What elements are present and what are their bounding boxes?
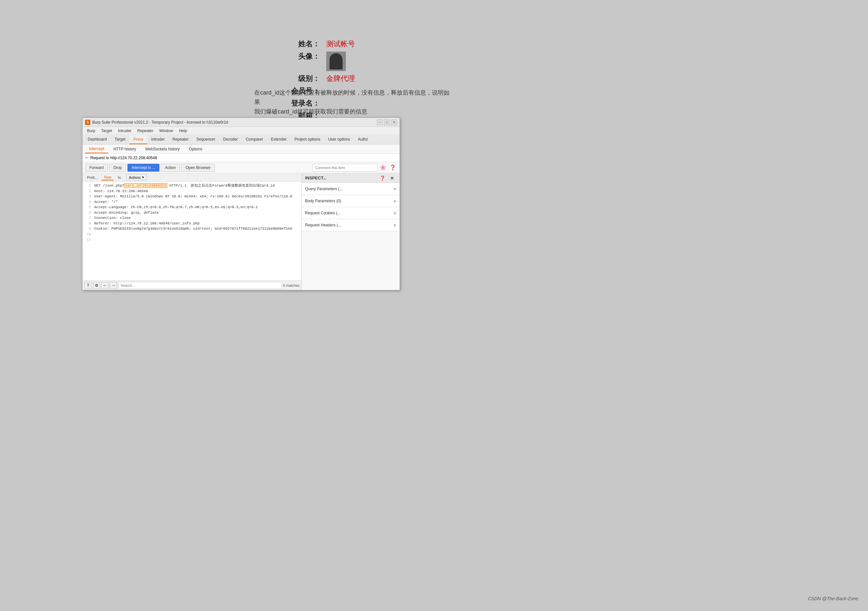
tab-authz[interactable]: Authz (354, 135, 372, 144)
search-input[interactable] (118, 282, 282, 289)
editor-toolbar: Prett... Raw \n Actions ▾ (82, 173, 302, 182)
query-params-section: Query Parameters (... ∨ (302, 183, 400, 195)
table-row: 2 Host: 124.70.22.208:40548 (82, 188, 302, 194)
tab-decoder[interactable]: Decoder (219, 135, 242, 144)
prev-match-button[interactable]: ← (101, 282, 108, 289)
inspector-close-button[interactable]: ✕ (388, 174, 396, 182)
line-content: Cookie: PHPSESSID=un8g7a7g3dao7c3r8soo9l… (94, 226, 292, 232)
intercept-button[interactable]: Intercept is ... (127, 164, 160, 172)
request-cookies-header[interactable]: Request Cookies (... ∨ (302, 207, 400, 219)
avatar (326, 51, 346, 71)
request-cookies-chevron-icon: ∨ (394, 211, 396, 215)
burp-window: S Burp Suite Professional v2021.2 - Temp… (82, 117, 400, 290)
actions-dropdown[interactable]: Actions ▾ (126, 174, 147, 180)
note-text: 在card_id这个数据包没有被释放的时候，没有信息，释放后有信息，说明如果 我… (254, 88, 450, 116)
line-number: 11 (84, 237, 91, 243)
line-content: Accept: */* (94, 199, 118, 205)
main-tab-bar: Dashboard Target Proxy Intruder Repeater… (82, 135, 400, 145)
line-content: User-Agent: Mozilla/5.0 (Windows NT 10.0… (94, 194, 292, 199)
table-row: 9 Cookie: PHPSESSID=un8g7a7g3dao7c3r8soo… (82, 226, 302, 232)
table-row: 5 Accept-Language: zh-CN,zh;q=0.8,zh-TW;… (82, 205, 302, 210)
table-row: 3 User-Agent: Mozilla/5.0 (Windows NT 10… (82, 194, 302, 199)
tab-comparer[interactable]: Comparer (242, 135, 267, 144)
tab-repeater[interactable]: Repeater (169, 135, 192, 144)
tab-project-options[interactable]: Project options (290, 135, 324, 144)
close-button[interactable]: ✕ (391, 120, 397, 125)
menu-intruder[interactable]: Intruder (115, 128, 134, 134)
tab-sequencer[interactable]: Sequencer (193, 135, 219, 144)
query-params-header[interactable]: Query Parameters (... ∨ (302, 183, 400, 195)
subtab-intercept[interactable]: Intercept (85, 145, 108, 153)
request-headers-section: Request Headers (... ∨ (302, 219, 400, 231)
query-params-chevron-icon: ∨ (394, 187, 396, 191)
tab-extender[interactable]: Extender (267, 135, 290, 144)
line-content (94, 232, 96, 237)
table-row: 4 Accept: */* (82, 199, 302, 205)
level-label: 级别： (189, 74, 320, 84)
flower-icon-button[interactable]: 🌸 (379, 163, 387, 172)
maximize-button[interactable]: □ (384, 120, 390, 125)
minimize-button[interactable]: ─ (377, 120, 383, 125)
url-bar: ✏ Request to http://124.70.22.208:40548 (82, 154, 400, 162)
tab-intruder[interactable]: Intruder (147, 135, 169, 144)
inspector-header: INSPECT... ❓ ✕ (302, 173, 400, 183)
line-content: GET /json.php?card_id=20128880322 HTTP/1… (94, 183, 275, 188)
request-cookies-section: Request Cookies (... ∨ (302, 207, 400, 219)
request-headers-chevron-icon: ∨ (394, 223, 396, 227)
line-number: 9 (84, 226, 91, 232)
subtab-websockets[interactable]: WebSockets history (141, 145, 184, 153)
line-number: 10 (84, 232, 91, 237)
next-match-button[interactable]: → (110, 282, 117, 289)
tab-proxy[interactable]: Proxy (129, 135, 147, 144)
actions-label: Actions (129, 176, 141, 179)
request-headers-header[interactable]: Request Headers (... ∨ (302, 219, 400, 231)
level-value: 金牌代理 (326, 74, 450, 84)
subtab-http-history[interactable]: HTTP history (110, 145, 140, 153)
window-controls: ─ □ ✕ (377, 120, 397, 125)
request-headers-label: Request Headers (... (305, 223, 341, 227)
tab-user-options[interactable]: User options (324, 135, 354, 144)
drop-button[interactable]: Drop (109, 164, 126, 172)
inspector-help-button[interactable]: ❓ (378, 174, 387, 182)
tab-dashboard[interactable]: Dashboard (84, 135, 111, 144)
tab-target[interactable]: Target (111, 135, 129, 144)
editor-tab-raw[interactable]: Raw (101, 174, 114, 180)
menu-help[interactable]: Help (176, 128, 190, 134)
line-content: Referer: http://124.70.22.208:40548/user… (94, 221, 200, 226)
avatar-silhouette (330, 53, 343, 70)
settings-search-button[interactable]: ⚙ (93, 282, 100, 289)
open-browser-button[interactable]: Open Browser (181, 164, 215, 172)
window-title: Burp Suite Professional v2021.2 - Tempor… (92, 120, 228, 124)
help-search-button[interactable]: ? (84, 282, 91, 289)
menu-window[interactable]: Window (157, 128, 176, 134)
code-editor[interactable]: 1 GET /json.php?card_id=20128880322 HTTP… (82, 182, 302, 280)
inspector-panel: INSPECT... ❓ ✕ Query Parameters (... ∨ B… (302, 173, 400, 290)
menu-burp[interactable]: Burp (84, 128, 98, 134)
title-bar: S Burp Suite Professional v2021.2 - Temp… (82, 118, 400, 127)
editor-tab-pretty[interactable]: Prett... (84, 175, 100, 180)
table-row: 1 GET /json.php?card_id=20128880322 HTTP… (82, 183, 302, 188)
table-row: 6 Accept-Encoding: gzip, deflate (82, 210, 302, 216)
actions-chevron-icon: ▾ (142, 175, 144, 179)
action-button[interactable]: Action (161, 164, 180, 172)
name-label: 姓名： (189, 39, 320, 49)
body-params-header[interactable]: Body Parameters (0) ∨ (302, 195, 400, 207)
table-row: 8 Referer: http://124.70.22.208:40548/us… (82, 221, 302, 226)
table-row: 7 Connection: close (82, 215, 302, 221)
line-number: 2 (84, 188, 91, 194)
content-area: Prett... Raw \n Actions ▾ 1 GET /json.ph… (82, 173, 400, 290)
query-params-label: Query Parameters (... (305, 187, 343, 191)
table-row: 10 (82, 232, 302, 237)
forward-button[interactable]: Forward (85, 164, 108, 172)
line-number: 5 (84, 205, 91, 210)
subtab-options[interactable]: Options (185, 145, 206, 153)
name-value: 测试帐号 (326, 39, 450, 49)
body-params-chevron-icon: ∨ (394, 199, 396, 203)
menu-repeater[interactable]: Repeater (135, 128, 156, 134)
match-count: 0 matches (283, 283, 299, 288)
editor-tab-newline[interactable]: \n (115, 175, 123, 180)
title-bar-left: S Burp Suite Professional v2021.2 - Temp… (85, 120, 228, 125)
menu-target[interactable]: Target (98, 128, 115, 134)
comment-input[interactable] (312, 164, 377, 172)
help-icon-button[interactable]: ❓ (389, 163, 397, 172)
